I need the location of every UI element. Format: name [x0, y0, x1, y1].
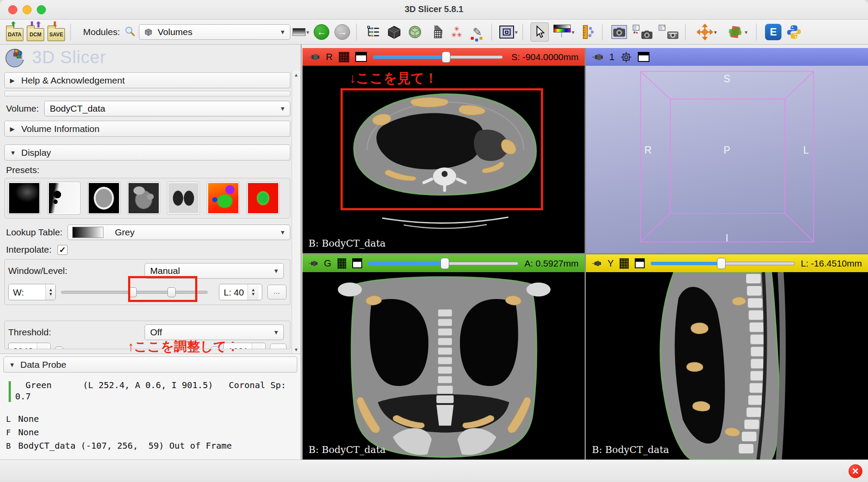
threshold-more-button[interactable]: ... [270, 344, 286, 349]
window-level-mode-combobox[interactable]: Manual ▼ [145, 263, 284, 279]
yellow-viewer-letter: Y [608, 258, 614, 269]
back-button[interactable]: ← [312, 22, 331, 42]
main-area: 3D Slicer ▶ Help & Acknowledgement Volum… [0, 45, 868, 460]
chevron-down-icon: ▾ [714, 29, 717, 35]
module-panel: 3D Slicer ▶ Help & Acknowledgement Volum… [0, 45, 302, 460]
viewer-menu-icon[interactable] [638, 52, 649, 62]
slice-grid-icon[interactable] [338, 258, 346, 269]
import-dicom-button[interactable]: ⬇⬆ DCM [26, 22, 45, 42]
slider-handle[interactable] [442, 51, 450, 63]
slider-fill [651, 262, 720, 265]
pushpin-icon[interactable] [309, 53, 320, 61]
load-data-button[interactable]: ⬆ DATA [6, 22, 24, 42]
subject-hierarchy-icon [366, 25, 381, 39]
section-volume-information[interactable]: ▶ Volume Information [4, 121, 290, 137]
toolbar-separator [685, 24, 688, 40]
threshold-lower-spinbox[interactable]: 3048 ▲ [8, 343, 51, 349]
pushpin-icon[interactable] [592, 260, 601, 267]
back-icon: ← [314, 24, 329, 40]
preset-ct-lung-button[interactable] [167, 182, 199, 214]
section-help-acknowledgement[interactable]: ▶ Help & Acknowledgement [4, 72, 290, 88]
chevron-down-icon: ▾ [306, 29, 309, 35]
preset-ct-brain-button[interactable] [88, 182, 120, 214]
section-data-probe[interactable]: ▼ Data Probe [3, 357, 297, 373]
slice-intersections-button[interactable]: ▾ [723, 22, 751, 42]
screenshot-button[interactable] [610, 22, 628, 42]
scroll-up-icon[interactable]: ▲ [294, 72, 299, 77]
window-level-more-button[interactable]: ... [267, 285, 286, 299]
panel-scrollbar[interactable]: ▲ ▼ [292, 71, 300, 354]
slice-grid-icon[interactable] [339, 52, 349, 62]
slider-handle-low[interactable] [129, 287, 137, 297]
crosshair-button[interactable]: ▾ [693, 22, 720, 42]
forward-button[interactable]: → [333, 22, 351, 42]
scroll-down-icon[interactable]: ▼ [294, 347, 299, 352]
threshold-upper-spinbox[interactable]: 1621 ▲ [223, 343, 266, 349]
pushpin-icon[interactable] [309, 260, 318, 267]
module-selector-combobox[interactable]: Volumes ▼ [139, 24, 290, 40]
window-level-range-slider[interactable] [59, 284, 209, 300]
volume-selector-combobox[interactable]: BodyCT_data ▼ [44, 101, 290, 116]
slice-grid-icon[interactable] [620, 258, 628, 269]
red-viewer-content[interactable]: ↓ここを見て！ B: BodyCT_data [302, 66, 585, 253]
slider-handle-high[interactable] [167, 287, 176, 297]
window-level-tool-button[interactable]: ↑ ▾ [551, 22, 576, 42]
volume-rendering-button[interactable] [406, 22, 424, 42]
measurement-tool-button[interactable] [579, 22, 597, 42]
annotations-button[interactable]: ✎ [468, 22, 486, 42]
preset-dti-button[interactable] [247, 182, 279, 214]
yellow-slice-slider[interactable] [651, 259, 795, 268]
lookup-table-combobox[interactable]: Grey ▼ [68, 225, 290, 240]
scene-views-button[interactable] [631, 22, 654, 42]
subject-hierarchy-button[interactable] [364, 22, 383, 42]
section-display[interactable]: ▼ Display [4, 145, 290, 161]
slider-handle-high[interactable] [211, 347, 219, 349]
orientation-superior: S [723, 73, 730, 85]
segmentations-button[interactable] [427, 22, 445, 42]
window-level-tool-icon: ↑ [553, 25, 571, 39]
logo-text: 3D Slicer [32, 48, 106, 67]
green-slice-slider[interactable] [368, 259, 518, 268]
markups-button[interactable]: ✳✳✳ [447, 22, 466, 42]
slider-handle-low[interactable] [55, 347, 63, 349]
preset-pet-button[interactable] [207, 182, 239, 214]
layout-selector-button[interactable]: ▾ [499, 22, 518, 42]
green-slice-offset: A: 0.5927mm [524, 258, 579, 269]
threed-viewer-content[interactable]: S R P L I [586, 66, 868, 253]
spinbox-steppers[interactable]: ▲▼ [45, 284, 55, 300]
red-slice-slider[interactable] [373, 53, 503, 61]
window-spinbox[interactable]: W: 1070 ▲▼ [8, 284, 56, 300]
slider-handle[interactable] [717, 258, 726, 269]
module-history-button[interactable]: ▾ [292, 22, 310, 42]
green-viewer-content[interactable]: B: BodyCT_data [302, 272, 585, 460]
data-module-button[interactable] [385, 22, 403, 42]
capture-button[interactable] [657, 22, 680, 42]
interpolate-checkbox[interactable]: ✓ [58, 245, 68, 255]
save-data-button[interactable]: ⬇ SAVE [47, 22, 65, 42]
viewer-menu-icon[interactable] [355, 52, 367, 62]
green-viewer-volume-label: B: BodyCT_data [309, 444, 386, 455]
slider-handle[interactable] [440, 258, 449, 269]
threshold-range-slider[interactable] [55, 344, 219, 349]
pushpin-icon[interactable] [592, 53, 603, 61]
level-spinbox[interactable]: L: 40 ▲▼ [219, 284, 262, 300]
error-log-close-button[interactable]: ✕ [849, 464, 862, 478]
yellow-viewer-content[interactable]: B: BodyCT_data [586, 272, 868, 460]
preset-ct-air-button[interactable] [48, 182, 80, 214]
viewer-menu-icon[interactable] [352, 258, 362, 268]
spinbox-steppers[interactable]: ▲ [37, 343, 48, 349]
layout-selector-icon [499, 26, 514, 39]
markups-icon: ✳✳✳ [451, 26, 462, 38]
mouse-interaction-button[interactable] [530, 22, 549, 42]
viewer-menu-icon[interactable] [635, 258, 645, 268]
spinbox-steppers[interactable]: ▲ [252, 343, 263, 349]
python-console-button[interactable] [785, 22, 803, 42]
preset-ct-bone-button[interactable] [8, 182, 40, 214]
preset-ct-abdomen-button[interactable] [128, 182, 160, 214]
collapsed-strip [4, 91, 290, 96]
extensions-manager-button[interactable]: E [764, 22, 782, 42]
spinbox-steppers[interactable]: ▲▼ [248, 284, 259, 300]
center-view-icon[interactable] [620, 51, 632, 63]
module-search-icon[interactable] [124, 26, 135, 39]
threshold-mode-combobox[interactable]: Off ▼ [145, 325, 284, 340]
